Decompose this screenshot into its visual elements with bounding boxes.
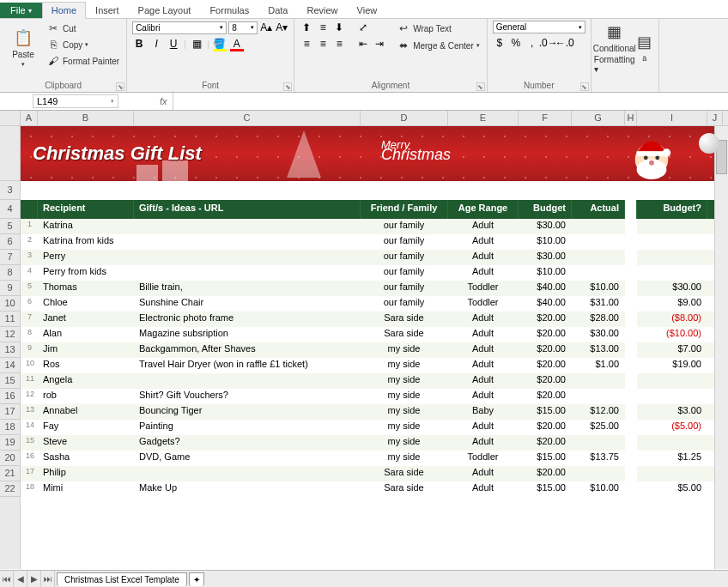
cell-friend-family[interactable]: my side [361,420,448,435]
row-header[interactable]: 10 [0,296,20,312]
cell-age[interactable]: Adult [448,466,519,481]
cell-actual[interactable] [572,466,625,481]
cell-recipient[interactable]: Chloe [38,296,134,312]
vertical-scrollbar[interactable] [714,126,728,569]
new-sheet-button[interactable]: ✦ [189,572,204,586]
table-row[interactable]: 11Angelamy sideAdult$20.00 [21,373,728,389]
cell-friend-family[interactable]: my side [361,435,448,451]
sheet-nav-next[interactable]: ▶ [27,571,41,587]
table-row[interactable]: 10RosTravel Hair Dryer (won in raffle £1… [21,358,728,373]
col-gifts[interactable]: Gift/s - Ideas - URL [134,200,361,219]
cell-friend-family[interactable]: our family [361,250,448,265]
row-header[interactable]: 13 [0,342,20,358]
row-header[interactable]: 17 [0,404,20,420]
font-name-select[interactable]: Calibri▾ [132,21,227,34]
percent-icon[interactable]: % [509,36,523,50]
cell-gift[interactable]: Painting [134,420,361,435]
table-row[interactable]: 5ThomasBillie train,our familyToddler$40… [21,281,728,296]
cell-budget[interactable]: $20.00 [519,312,572,327]
cell-gift[interactable]: Shirt? Gift Vouchers? [134,389,361,404]
row-header[interactable]: 11 [0,312,20,327]
cell-recipient[interactable]: rob [38,389,134,404]
cell-age[interactable]: Adult [448,373,519,389]
cell-actual[interactable] [572,250,625,265]
cell-remaining[interactable] [637,234,707,250]
cell-actual[interactable]: $30.00 [572,327,625,342]
cell-remaining[interactable]: $3.00 [637,404,707,420]
cell-friend-family[interactable]: Sara side [361,312,448,327]
cell-friend-family[interactable]: our family [361,281,448,296]
cell-remaining[interactable]: $1.25 [637,451,707,466]
cell-budget[interactable]: $20.00 [519,420,572,435]
cell-gift[interactable] [134,373,361,389]
shrink-font-icon[interactable]: A▾ [275,21,288,34]
cell-age[interactable]: Adult [448,420,519,435]
cell-recipient[interactable]: Katrina [38,219,134,234]
cell-remaining[interactable]: $9.00 [637,296,707,312]
cell-age[interactable]: Adult [448,327,519,342]
cell-actual[interactable] [572,373,625,389]
cell-age[interactable]: Adult [448,389,519,404]
row-header[interactable]: 3 [0,181,20,200]
tab-data[interactable]: Data [258,2,297,18]
cell-gift[interactable] [134,250,361,265]
cell-actual[interactable]: $12.00 [572,404,625,420]
col-header-F[interactable]: F [519,111,572,125]
cell-actual[interactable] [572,389,625,404]
cell-budget[interactable]: $20.00 [519,327,572,342]
cell-friend-family[interactable]: my side [361,404,448,420]
cell-friend-family[interactable]: our family [361,265,448,281]
paste-button[interactable]: 📋 Paste ▾ [5,21,41,74]
increase-decimal-icon[interactable]: .0→ [542,36,555,50]
cell-gift[interactable] [134,234,361,250]
cell-remaining[interactable]: $19.00 [637,358,707,373]
tab-formulas[interactable]: Formulas [200,2,258,18]
cell-recipient[interactable]: Perry [38,250,134,265]
table-row[interactable]: 16SashaDVD, Gamemy sideToddler$15.00$13.… [21,451,728,466]
col-remaining[interactable]: Budget? [637,200,707,219]
cut-button[interactable]: ✂Cut [45,21,121,36]
cell-actual[interactable]: $31.00 [572,296,625,312]
cell-actual[interactable]: $25.00 [572,420,625,435]
cell-budget[interactable]: $20.00 [519,389,572,404]
cell-recipient[interactable]: Perry from kids [38,265,134,281]
cell-recipient[interactable]: Janet [38,312,134,327]
cell-age[interactable]: Adult [448,234,519,250]
cell-actual[interactable] [572,234,625,250]
cell-remaining[interactable]: ($10.00) [637,327,707,342]
comma-icon[interactable]: , [525,36,539,50]
col-header-A[interactable]: A [21,111,38,125]
tab-insert[interactable]: Insert [86,2,129,18]
cell-actual[interactable]: $10.00 [572,281,625,296]
cell-recipient[interactable]: Philip [38,466,134,481]
fx-icon[interactable]: fx [155,93,173,110]
align-center-icon[interactable]: ≡ [316,37,330,51]
cell-recipient[interactable]: Angela [38,373,134,389]
cell-remaining[interactable] [637,466,707,481]
table-row[interactable]: 17PhilipSara sideAdult$20.00 [21,466,728,481]
conditional-formatting-button[interactable]: ▦ Conditional Formatting ▾ [597,21,633,74]
cell-age[interactable]: Adult [448,250,519,265]
clipboard-launcher[interactable]: ⬊ [116,82,124,91]
align-middle-icon[interactable]: ≡ [316,21,330,34]
cell-friend-family[interactable]: Sara side [361,466,448,481]
cell-actual[interactable] [572,219,625,234]
table-row[interactable]: 1Katrinaour familyAdult$30.00 [21,219,728,234]
cell-actual[interactable]: $13.00 [572,342,625,358]
cell-budget[interactable]: $40.00 [519,281,572,296]
cell-age[interactable]: Adult [448,342,519,358]
file-tab[interactable]: File [0,3,42,18]
table-row[interactable]: 12robShirt? Gift Vouchers?my sideAdult$2… [21,389,728,404]
col-header-J[interactable]: J [707,111,723,125]
format-table-button[interactable]: ▤ ä [636,21,653,74]
grow-font-icon[interactable]: A▴ [259,21,273,34]
row-header[interactable]: 21 [0,466,20,481]
col-actual[interactable]: Actual [572,200,625,219]
cell-friend-family[interactable]: our family [361,219,448,234]
align-left-icon[interactable]: ≡ [300,37,313,51]
cell-budget[interactable]: $40.00 [519,296,572,312]
row-header[interactable]: 12 [0,327,20,342]
cell-recipient[interactable]: Jim [38,342,134,358]
col-header-E[interactable]: E [448,111,519,125]
row-header[interactable] [0,126,20,181]
